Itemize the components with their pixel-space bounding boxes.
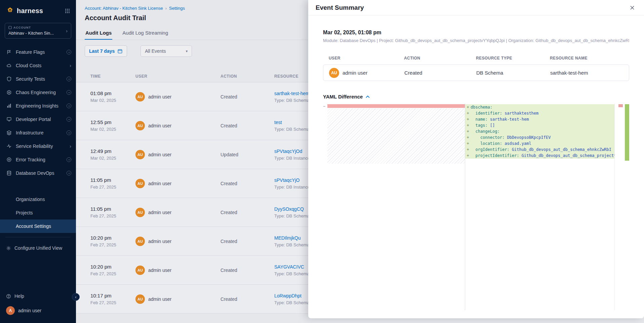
diff-line: + orgIdentifier: Github_db_devops_aut_db… bbox=[465, 147, 615, 153]
diff-line: + name: sarthak-test-hem bbox=[465, 116, 615, 122]
diff-left-pane: − bbox=[323, 104, 465, 310]
diff-line: + identifier: sarthaktesthem bbox=[465, 110, 615, 116]
yaml-diff-viewer[interactable]: − +dbschema: + identifier: sarthaktesthe… bbox=[323, 104, 629, 310]
event-timestamp: Mar 02, 2025, 01:08 pm bbox=[323, 30, 629, 36]
event-table-row: AU admin user Created DB Schema sarthak-… bbox=[323, 65, 629, 81]
event-summary-drawer: Event Summary Mar 02, 2025, 01:08 pm Mod… bbox=[308, 0, 644, 318]
event-user: admin user bbox=[343, 70, 367, 76]
event-resource-type: DB Schema bbox=[476, 70, 550, 76]
diff-right-pane: +dbschema: + identifier: sarthaktesthem … bbox=[465, 104, 629, 310]
event-resource-name: sarthak-test-hem bbox=[550, 70, 629, 76]
diff-added-lines: +dbschema: + identifier: sarthaktesthem … bbox=[465, 104, 615, 159]
drawer-body: Mar 02, 2025, 01:08 pm Module: Database … bbox=[308, 30, 644, 310]
yaml-difference-toggle[interactable]: YAML Difference bbox=[323, 94, 629, 99]
yaml-difference-label: YAML Difference bbox=[323, 94, 363, 99]
drawer-title: Event Summary bbox=[316, 4, 364, 11]
column-header-user: USER bbox=[329, 56, 404, 60]
diff-line: + tags: [] bbox=[465, 122, 615, 128]
event-table-header: USER ACTION RESOURCE TYPE RESOURCE NAME bbox=[323, 56, 629, 60]
event-meta: Module: Database DevOps | Project: Githu… bbox=[323, 38, 629, 43]
diff-line: + projectIdentifier: Github_db_devops_au… bbox=[465, 153, 615, 159]
diff-removed-gutter: − bbox=[323, 104, 328, 109]
diff-line: + connector: DbDevopsoBKpcpIfEV bbox=[465, 134, 615, 140]
column-header-action: ACTION bbox=[404, 56, 476, 60]
diff-empty-hatch bbox=[327, 109, 465, 164]
close-icon[interactable] bbox=[628, 3, 637, 12]
event-action: Created bbox=[404, 70, 476, 76]
column-header-resource-name: RESOURCE NAME bbox=[550, 56, 629, 60]
diff-scrollbar[interactable] bbox=[614, 104, 615, 310]
overview-ruler-added bbox=[625, 104, 629, 161]
overview-ruler-removed bbox=[618, 104, 623, 107]
chevron-up-icon bbox=[366, 95, 370, 98]
diff-removed-bar bbox=[327, 104, 465, 108]
avatar: AU bbox=[329, 68, 339, 78]
diff-line: + changeLog: bbox=[465, 128, 615, 134]
drawer-header: Event Summary bbox=[308, 0, 644, 15]
diff-line: +dbschema: bbox=[465, 104, 615, 110]
diff-line: + location: asdsad.yaml bbox=[465, 140, 615, 147]
column-header-resource-type: RESOURCE TYPE bbox=[476, 56, 550, 60]
